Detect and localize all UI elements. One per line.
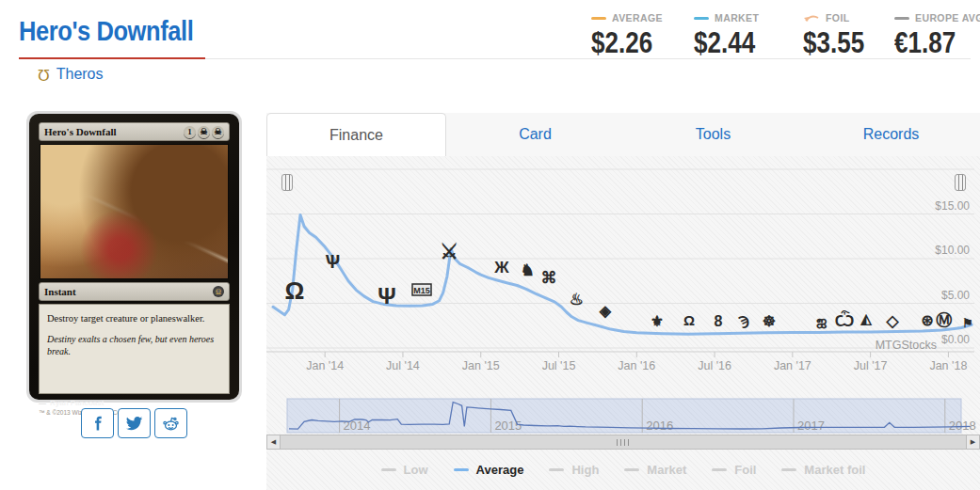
set-symbol: Ω xyxy=(285,277,305,305)
mana-symbol-B: ☠ xyxy=(212,126,224,138)
header-divider-accent xyxy=(19,57,205,59)
europe avg-dash-icon xyxy=(894,17,909,20)
finance-panel: Jan '14Jul '14Jan '15Jul '15Jan '16Jul '… xyxy=(266,156,980,490)
legend-dash-icon xyxy=(549,468,564,471)
mana-symbol-B: ☠ xyxy=(198,126,210,138)
set-symbol: M15 xyxy=(413,286,430,295)
card-flavor-text: Destiny exalts a chosen few, but even he… xyxy=(47,333,221,357)
set-symbol: ◈ xyxy=(599,303,612,319)
set-symbol: ⊛ xyxy=(921,312,933,328)
card-name: Hero's Downfall xyxy=(44,126,117,137)
set-symbol: Ω xyxy=(683,312,695,328)
card-type-bar: Instant Ω xyxy=(39,282,230,301)
x-tick-label: Jan '15 xyxy=(462,359,500,372)
stat-label: AVERAGE xyxy=(612,12,663,24)
social-share-row xyxy=(26,408,242,438)
legend-label: Foil xyxy=(734,463,756,477)
stat-foil: FOIL $3.55 xyxy=(803,11,902,60)
set-link-theros[interactable]: Theros xyxy=(56,66,104,83)
set-symbol: Ж xyxy=(493,259,509,277)
card-artist-line: — Ryan Pancoast xyxy=(39,399,230,407)
legend-label: Low xyxy=(404,463,428,477)
legend-item-market-foil[interactable]: Market foil xyxy=(781,463,865,477)
card-frame: Hero's Downfall 1☠☠ Instant Ω Destroy ta… xyxy=(29,114,239,400)
tab-tools[interactable]: Tools xyxy=(624,113,802,156)
stat-value: $2.44 xyxy=(694,26,777,60)
x-tick-label: Jan '17 xyxy=(774,359,811,372)
y-tick-label: $5.00 xyxy=(941,289,970,302)
stat-label: EUROPE AVG xyxy=(915,12,980,24)
theros-set-icon: Ω xyxy=(38,67,50,83)
foil-curved-arrow-icon xyxy=(803,13,820,23)
reddit-icon xyxy=(162,415,180,433)
mana-cost: 1☠☠ xyxy=(184,126,224,138)
range-navigator[interactable]: 20142015201620172018 xyxy=(266,393,980,435)
card-art xyxy=(40,144,229,279)
x-tick-label: Jan '18 xyxy=(929,359,967,372)
set-symbol: ◇ xyxy=(885,312,899,330)
twitter-share-button[interactable] xyxy=(118,408,151,438)
navigator-year-label: 2017 xyxy=(797,419,825,433)
reddit-share-button[interactable] xyxy=(154,408,187,438)
average-dash-icon xyxy=(591,17,606,20)
stat-value: $3.55 xyxy=(803,26,886,60)
breadcrumb: Ω Theros xyxy=(38,66,104,83)
legend-dash-icon xyxy=(381,468,396,471)
tab-records[interactable]: Records xyxy=(802,113,980,156)
facebook-share-button[interactable] xyxy=(81,408,114,438)
card-image: Hero's Downfall 1☠☠ Instant Ω Destroy ta… xyxy=(26,111,242,403)
stat-value: €1.87 xyxy=(894,26,977,60)
tab-card[interactable]: Card xyxy=(446,113,624,156)
chart-watermark: MTGStocks xyxy=(876,339,937,352)
card-set-symbol-icon: Ω xyxy=(213,286,224,297)
stat-market: MARKET $2.44 xyxy=(694,11,793,60)
chart-scrollbar: ◀ ▶ xyxy=(266,435,980,450)
facebook-icon xyxy=(89,415,106,432)
x-tick-label: Jul '15 xyxy=(542,359,576,372)
set-symbol: ♞ xyxy=(520,261,534,279)
x-tick-label: Jan '16 xyxy=(618,359,655,372)
set-symbol: ◭ xyxy=(860,310,872,326)
set-symbol: ♨ xyxy=(569,291,583,308)
set-symbol: Ѽ xyxy=(835,309,854,329)
legend-label: High xyxy=(571,463,599,477)
price-chart-svg: Jan '14Jul '14Jan '15Jul '15Jan '16Jul '… xyxy=(266,160,980,386)
legend-item-low[interactable]: Low xyxy=(381,463,428,477)
scrollbar-right-arrow[interactable]: ▶ xyxy=(966,435,980,450)
y-tick-label: $15.00 xyxy=(935,199,970,213)
card-rules-text: Destroy target creature or planeswalker. xyxy=(47,312,221,325)
x-tick-label: Jul '14 xyxy=(386,359,420,372)
y-tick-label: $0.00 xyxy=(941,333,970,346)
navigator-year-label: 2018 xyxy=(949,419,976,433)
tab-finance[interactable]: Finance xyxy=(266,113,446,156)
twitter-icon xyxy=(126,415,143,432)
legend-item-average[interactable]: Average xyxy=(454,463,524,477)
stat-label: FOIL xyxy=(826,12,850,24)
card-type-line: Instant xyxy=(44,286,76,297)
legend-dash-icon xyxy=(712,468,727,471)
legend-label: Average xyxy=(476,463,524,477)
set-symbol: Ⓜ xyxy=(936,311,953,329)
scrollbar-grip[interactable] xyxy=(617,439,630,446)
set-symbol: 8 xyxy=(715,313,723,329)
scrollbar-left-arrow[interactable]: ◀ xyxy=(266,435,281,450)
set-symbol: ⌘ xyxy=(541,269,557,287)
navigator-handle-left[interactable] xyxy=(281,174,293,191)
mana-symbol-1: 1 xyxy=(184,126,196,138)
set-symbol: ⚜ xyxy=(651,313,664,329)
set-symbol: Ψ xyxy=(378,283,395,308)
set-symbol: ⚔ xyxy=(440,240,458,263)
legend-item-high[interactable]: High xyxy=(549,463,599,477)
legend-item-market[interactable]: Market xyxy=(624,463,686,477)
navigator-handle-right[interactable] xyxy=(955,174,966,191)
set-symbol: ⚑ xyxy=(962,316,973,330)
legend-label: Market xyxy=(647,463,686,477)
scrollbar-track[interactable] xyxy=(281,435,966,450)
tab-bar: FinanceCardToolsRecords xyxy=(266,113,980,156)
chart-legend: Low Average High Market Foil Market foil xyxy=(266,463,980,477)
navigator-year-label: 2015 xyxy=(494,419,522,433)
legend-item-foil[interactable]: Foil xyxy=(712,463,756,477)
price-chart[interactable]: Jan '14Jul '14Jan '15Jul '15Jan '16Jul '… xyxy=(266,160,980,386)
legend-label: Market foil xyxy=(804,463,865,477)
card-text-box: Destroy target creature or planeswalker.… xyxy=(39,304,230,394)
